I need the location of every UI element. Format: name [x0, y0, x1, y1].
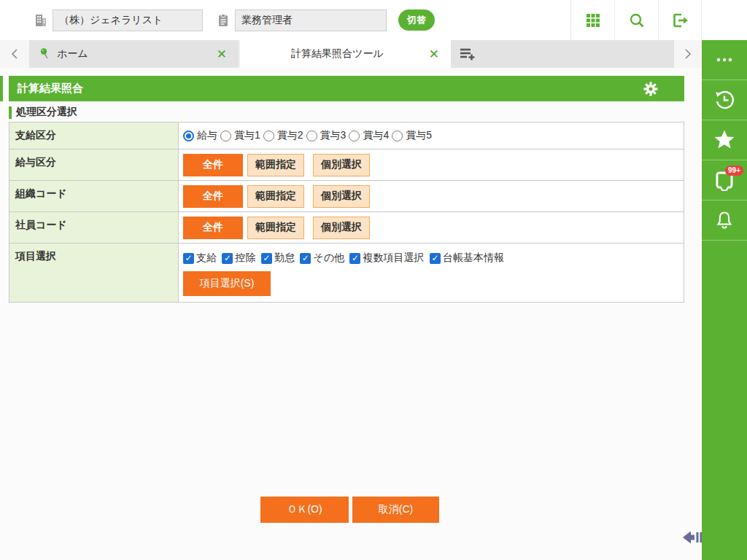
radio-option-shoyo2[interactable]: 賞与2: [263, 129, 303, 142]
radio-option-kyuyo[interactable]: 給与: [183, 129, 217, 142]
radio-option-shoyo1[interactable]: 賞与1: [220, 129, 260, 142]
row-label: 給与区分: [9, 149, 179, 180]
sidebar-history-button[interactable]: [702, 80, 747, 120]
sidebar-more-button[interactable]: [702, 40, 747, 80]
checkbox-daicho-kihon[interactable]: 台帳基本情報: [430, 252, 504, 265]
collapse-panel-icon[interactable]: [681, 528, 702, 547]
form-row-payment-type: 支給区分 給与 賞与1 賞与2 賞与3: [9, 122, 684, 149]
radio-label: 賞与5: [406, 129, 432, 142]
tab-active-close-icon[interactable]: ✕: [425, 48, 444, 61]
item-selection-options: 支給 控除 勤怠 その他: [179, 244, 684, 302]
section-title: 処理区分選択: [16, 106, 77, 119]
tab-active-label: 計算結果照合ツール: [250, 47, 425, 61]
role-input[interactable]: [235, 9, 387, 31]
checkbox-icon: [349, 253, 360, 264]
logout-icon: [670, 11, 689, 30]
radio-option-shoyo5[interactable]: 賞与5: [392, 129, 432, 142]
tab-scroll-left-button[interactable]: [0, 40, 29, 68]
settings-gear-icon[interactable]: [642, 80, 659, 98]
bell-icon: [713, 209, 735, 231]
tab-strip: ホーム ✕ 計算結果照合ツール ✕: [29, 40, 674, 68]
add-tab-button[interactable]: [451, 40, 484, 68]
radio-icon: [263, 131, 274, 141]
radio-icon: [306, 131, 317, 141]
tab-strip-filler: [484, 40, 674, 68]
page-title: 計算結果照合: [18, 82, 642, 96]
row-label: 社員コード: [9, 212, 179, 243]
radio-option-shoyo3[interactable]: 賞与3: [306, 129, 347, 142]
checkbox-sonota[interactable]: その他: [300, 252, 344, 265]
pin-icon: [39, 47, 51, 61]
form-row-org-code: 組織コード 全件 範囲指定 個別選択: [9, 180, 684, 211]
history-icon: [713, 89, 735, 111]
payment-type-options: 給与 賞与1 賞与2 賞与3 賞与4: [179, 122, 684, 149]
checkbox-kintai[interactable]: 勤怠: [261, 252, 295, 265]
checkbox-shikyu[interactable]: 支給: [183, 252, 217, 265]
checkbox-fukusu-komoku[interactable]: 複数項目選択: [349, 252, 424, 265]
checkbox-kojo[interactable]: 控除: [222, 252, 255, 265]
form-row-item-selection: 項目選択 支給 控除 勤怠: [9, 243, 684, 302]
checkbox-icon: [261, 253, 272, 264]
cancel-button[interactable]: 取消(C): [352, 497, 439, 523]
radio-icon: [392, 131, 403, 141]
quick-sidebar: 99+: [702, 40, 747, 560]
org-range-button[interactable]: 範囲指定: [247, 185, 304, 208]
employee-all-button[interactable]: 全件: [183, 217, 243, 239]
section-accent-bar: [9, 106, 12, 119]
criteria-form: 支給区分 給与 賞与1 賞与2 賞与3: [9, 122, 684, 303]
apps-grid-button[interactable]: [570, 0, 614, 40]
tab-home-close-icon[interactable]: ✕: [212, 48, 231, 61]
employee-code-options: 全件 範囲指定 個別選択: [179, 212, 684, 243]
radio-option-shoyo4[interactable]: 賞与4: [349, 129, 389, 142]
title-bar-edge: [0, 76, 3, 101]
checkbox-label: 台帳基本情報: [443, 252, 504, 265]
header-actions: [570, 0, 702, 40]
page-title-bar: 計算結果照合: [9, 76, 684, 101]
checkbox-label: その他: [313, 252, 344, 265]
tab-scroll-right-button[interactable]: [674, 40, 702, 68]
company-input[interactable]: [53, 9, 203, 31]
salary-individual-button[interactable]: 個別選択: [313, 154, 370, 176]
sidebar-alerts-button[interactable]: [702, 201, 747, 241]
row-label: 組織コード: [9, 181, 179, 211]
employee-range-button[interactable]: 範囲指定: [247, 217, 304, 239]
org-individual-button[interactable]: 個別選択: [313, 185, 370, 208]
org-all-button[interactable]: 全件: [183, 185, 243, 208]
checkbox-label: 支給: [196, 252, 217, 265]
radio-icon: [183, 131, 194, 141]
tab-bar: ホーム ✕ 計算結果照合ツール ✕: [0, 40, 702, 68]
search-button[interactable]: [614, 0, 658, 40]
row-label: 支給区分: [9, 122, 179, 149]
checkbox-label: 複数項目選択: [363, 252, 424, 265]
checkbox-icon: [300, 253, 311, 264]
ok-button[interactable]: ＯＫ(O): [260, 497, 349, 523]
item-checkbox-group: 支給 控除 勤怠 その他: [183, 251, 506, 265]
radio-icon: [220, 131, 231, 141]
salary-class-options: 全件 範囲指定 個別選択: [179, 149, 684, 180]
chevron-right-icon: [684, 49, 692, 59]
employee-individual-button[interactable]: 個別選択: [313, 217, 370, 239]
logout-button[interactable]: [658, 0, 702, 40]
sidebar-inbox-button[interactable]: 99+: [702, 160, 747, 201]
form-row-salary-class: 給与区分 全件 範囲指定 個別選択: [9, 149, 684, 180]
salary-all-button[interactable]: 全件: [183, 154, 243, 176]
sidebar-favorites-button[interactable]: [702, 120, 747, 160]
checkbox-label: 勤怠: [274, 252, 295, 265]
radio-label: 給与: [197, 129, 217, 142]
add-tab-icon: [459, 46, 476, 62]
more-ellipsis-icon: [715, 57, 734, 63]
switch-role-button[interactable]: 切替: [398, 9, 435, 31]
item-select-button[interactable]: 項目選択(S): [183, 271, 271, 296]
section-header: 処理区分選択: [9, 106, 77, 119]
radio-icon: [349, 131, 360, 141]
salary-range-button[interactable]: 範囲指定: [247, 154, 304, 176]
tab-home[interactable]: ホーム ✕: [29, 40, 240, 68]
radio-label: 賞与1: [234, 129, 260, 142]
notification-badge: 99+: [725, 166, 743, 176]
search-icon: [628, 12, 646, 29]
radio-label: 賞与2: [277, 129, 303, 142]
tab-active-tool[interactable]: 計算結果照合ツール ✕: [240, 40, 451, 68]
app-header: 切替: [0, 0, 747, 40]
org-code-options: 全件 範囲指定 個別選択: [179, 181, 684, 211]
header-context: 切替: [0, 9, 435, 31]
